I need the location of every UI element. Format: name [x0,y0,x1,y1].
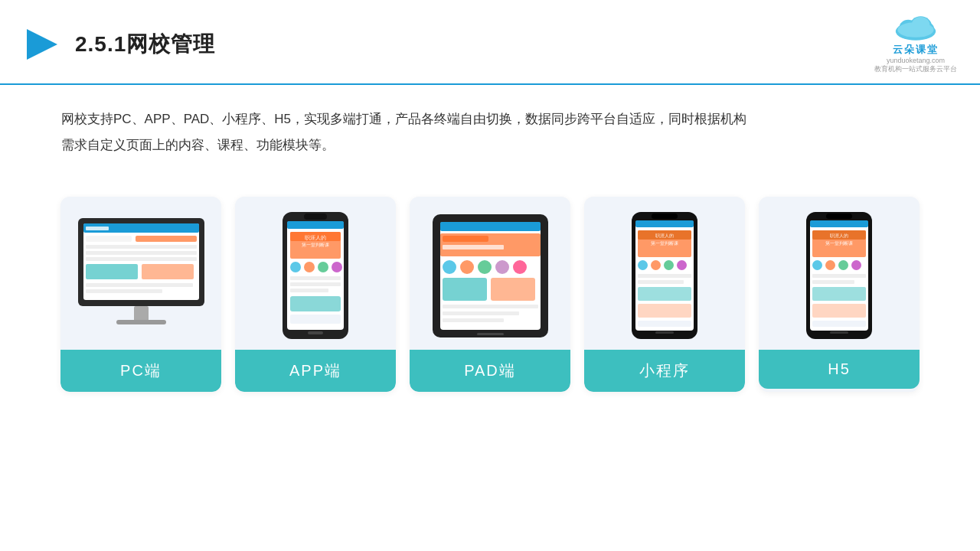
svg-rect-90 [812,304,866,318]
svg-rect-38 [290,315,341,324]
svg-rect-67 [664,260,674,270]
svg-rect-46 [443,260,456,274]
card-pad: PAD端 [410,197,570,392]
svg-rect-69 [638,274,691,278]
svg-rect-74 [655,331,674,334]
svg-rect-32 [318,262,328,272]
svg-rect-56 [477,333,504,335]
svg-rect-72 [638,304,691,318]
svg-rect-59 [652,214,678,219]
svg-rect-86 [851,260,861,270]
svg-text:职涯人的: 职涯人的 [305,235,326,241]
svg-rect-50 [513,260,527,274]
svg-text:第一堂判断课: 第一堂判断课 [651,241,678,246]
svg-rect-21 [116,320,166,324]
cloud-brand-icon [889,14,942,41]
svg-rect-24 [304,214,327,220]
card-app: 职涯人的 第一堂判断课 APP端 [235,197,396,392]
svg-rect-10 [86,227,109,230]
header-left: 2.5.1网校管理 [23,25,215,64]
card-miniprogram-image: 职涯人的 第一堂判断课 [584,197,745,350]
svg-rect-15 [86,257,197,261]
card-miniprogram: 职涯人的 第一堂判断课 小程序 [584,197,745,392]
svg-text:第一堂判断课: 第一堂判断课 [825,241,853,246]
svg-rect-77 [826,214,852,219]
platform-cards: PC端 职涯人的 第一堂判断课 [0,174,980,407]
svg-rect-31 [304,262,315,272]
app-mockup-svg: 职涯人的 第一堂判断课 [281,210,350,341]
svg-rect-66 [651,260,661,270]
card-h5-image: 职涯人的 第一堂判断课 [759,197,920,350]
card-pc: PC端 [60,197,221,392]
svg-rect-65 [638,260,648,270]
svg-text:职涯人的: 职涯人的 [655,233,674,238]
card-h5: 职涯人的 第一堂判断课 H5 [759,197,920,392]
svg-rect-14 [86,251,197,255]
svg-rect-44 [443,236,488,242]
pc-mockup-svg [74,214,208,337]
description-line1: 网校支持PC、APP、PAD、小程序、H5，实现多端打通，产品各终端自由切换，数… [61,106,919,132]
svg-rect-83 [812,260,822,270]
svg-rect-11 [86,236,132,242]
svg-rect-13 [86,245,197,249]
svg-rect-54 [443,311,519,315]
svg-rect-20 [134,306,149,321]
svg-rect-70 [638,280,684,284]
svg-rect-8 [83,223,199,300]
miniprogram-mockup-svg: 职涯人的 第一堂判断课 [630,210,699,341]
description-block: 网校支持PC、APP、PAD、小程序、H5，实现多端打通，产品各终端自由切换，数… [0,85,980,166]
svg-rect-48 [478,260,492,274]
svg-rect-19 [86,289,162,293]
svg-rect-71 [638,287,691,301]
page-header: 2.5.1网校管理 云朵课堂 yunduoketang.com 教育机构一站式服… [0,0,980,85]
card-miniprogram-label: 小程序 [584,350,745,392]
card-app-image: 职涯人的 第一堂判断课 [235,197,396,350]
card-pad-image [410,197,570,350]
svg-rect-30 [290,262,301,272]
h5-mockup-svg: 职涯人的 第一堂判断课 [805,210,874,341]
svg-rect-37 [290,296,341,311]
svg-rect-84 [825,260,835,270]
svg-rect-45 [443,245,504,249]
brand-logo: 云朵课堂 yunduoketang.com 教育机构一站式服务云平台 [874,14,957,74]
svg-marker-0 [27,29,57,60]
description-line2: 需求自定义页面上的内容、课程、功能模块等。 [61,132,919,158]
svg-rect-25 [287,221,344,229]
brand-name: 云朵课堂 [893,43,939,57]
svg-rect-60 [635,220,694,227]
svg-rect-55 [443,318,504,322]
svg-rect-33 [332,262,342,272]
svg-rect-53 [443,305,538,308]
svg-rect-34 [290,276,341,280]
brand-sub: 教育机构一站式服务云平台 [874,64,957,74]
svg-rect-51 [443,278,487,301]
svg-rect-52 [491,278,535,301]
card-pad-label: PAD端 [410,350,570,392]
brand-url: yunduoketang.com [887,57,945,64]
svg-rect-16 [86,264,138,279]
svg-rect-18 [86,283,193,287]
card-h5-label: H5 [759,350,920,389]
svg-rect-73 [638,321,691,327]
logo-icon [23,25,61,64]
svg-rect-87 [812,274,866,278]
svg-rect-88 [812,280,854,284]
svg-rect-78 [810,220,868,227]
card-pc-image [60,197,221,350]
svg-rect-89 [812,287,866,301]
card-pc-label: PC端 [60,350,221,392]
svg-rect-12 [136,236,197,242]
card-app-label: APP端 [235,350,396,392]
svg-rect-42 [440,222,541,231]
svg-rect-85 [838,260,848,270]
svg-text:第一堂判断课: 第一堂判断课 [302,243,329,247]
page-title: 2.5.1网校管理 [75,30,215,59]
svg-rect-92 [830,331,848,334]
svg-rect-39 [308,331,323,334]
svg-rect-47 [460,260,474,274]
svg-rect-17 [142,264,194,279]
pad-mockup-svg [431,213,550,339]
svg-point-6 [912,17,930,33]
svg-rect-49 [495,260,509,274]
svg-rect-35 [290,282,341,286]
